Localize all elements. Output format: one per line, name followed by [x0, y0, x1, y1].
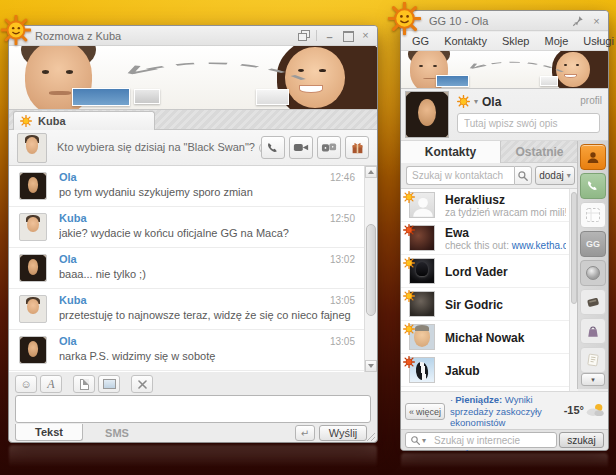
menu-moje[interactable]: Moje [544, 35, 568, 47]
gg-logo-sun [388, 2, 421, 35]
main-window-controls: × [572, 15, 602, 27]
tab-ostatnie[interactable]: Ostatnie [501, 141, 578, 163]
sidebar-news-button[interactable] [580, 347, 606, 373]
gg-text-icon: GG [586, 239, 600, 249]
avatar [19, 336, 47, 364]
menu-uslugi[interactable]: Usługi [583, 35, 614, 47]
double-left-arrow-icon: « [409, 407, 414, 417]
chat-titlebar[interactable]: Rozmowa z Kuba – × [9, 26, 377, 46]
chevron-down-icon: ▾ [591, 376, 595, 384]
message-list: Ola 12:46 po tym wydaniu szykujemy sporo… [9, 166, 377, 372]
tools-icon [137, 379, 148, 390]
contact-description: check this out: www.ketha.com [445, 240, 566, 251]
emoticons-button[interactable]: ☺ [15, 375, 37, 393]
contact-search-input[interactable] [406, 166, 514, 185]
contact-row[interactable]: Sir Godric [401, 288, 578, 321]
mode-tab-sms[interactable]: SMS [89, 424, 145, 441]
maximize-button[interactable] [342, 30, 353, 41]
webcam-lens-icon [586, 266, 600, 280]
bullet-icon: · [450, 394, 453, 405]
sidebar-webcam-button[interactable] [580, 260, 606, 286]
contact-row[interactable]: Michał Nowak [401, 321, 578, 354]
send-file-button[interactable] [73, 375, 95, 393]
chevron-down-icon[interactable]: ▾ [422, 436, 426, 445]
avatar [19, 295, 47, 323]
menu-sklep[interactable]: Sklep [502, 35, 530, 47]
video-call-button[interactable] [289, 136, 313, 159]
sidebar-wallet-button[interactable] [580, 289, 606, 315]
tab-kontakty[interactable]: Kontakty [401, 141, 501, 163]
pin-icon[interactable] [572, 15, 584, 27]
peer-status: Kto wybiera się dzisiaj na "Black Swan"?… [57, 141, 281, 154]
status-caret-icon[interactable]: ▾ [474, 97, 478, 106]
contact-name: Jakub [445, 364, 480, 378]
gift-button[interactable] [345, 136, 369, 159]
scroll-down-button[interactable] [365, 360, 377, 372]
menu-gg[interactable]: GG [412, 35, 429, 47]
address-book-icon [585, 149, 601, 165]
message-input[interactable] [15, 395, 371, 423]
news-more-button[interactable]: « więcej [405, 403, 445, 420]
message-row: Ola 13:05 narka P.S. widzimy się w sobot… [9, 330, 377, 371]
status-sun-icon[interactable] [457, 95, 470, 108]
status-sun-icon [403, 257, 415, 269]
chat-tab-kuba[interactable]: Kuba [13, 111, 155, 130]
gift-bag-icon [585, 323, 601, 339]
chevron-down-icon: ▾ [567, 171, 571, 180]
sidebar-gifts-button[interactable] [580, 318, 606, 344]
status-description-input[interactable] [457, 113, 600, 133]
message-sender: Kuba [59, 294, 87, 306]
news-item[interactable]: ·Pieniądze: Wyniki sprzedaży zaskoczyły … [450, 394, 566, 429]
contact-row[interactable]: Ewa check this out: www.ketha.com [401, 222, 578, 255]
voice-call-button[interactable] [261, 136, 285, 159]
font-icon: A [47, 377, 54, 392]
search-icon [410, 435, 421, 446]
promo-banner [9, 46, 377, 110]
message-text: narka P.S. widzimy się w sobotę [59, 350, 351, 362]
conversation-header: Kto wybiera się dzisiaj na "Black Swan"?… [9, 130, 377, 166]
sidebar-phone-button[interactable] [580, 173, 606, 199]
contact-row[interactable]: Lord Vader [401, 255, 578, 288]
sidebar-more-button[interactable]: ▾ [581, 373, 605, 386]
send-image-button[interactable] [98, 375, 120, 393]
contact-row[interactable]: Herakliusz za tydzień wracam moi mili! [401, 189, 578, 222]
sidebar-games-button[interactable] [580, 202, 606, 228]
composer [15, 395, 371, 423]
web-search-button[interactable]: szukaj [559, 432, 604, 448]
phone-icon [266, 141, 280, 155]
tools-button[interactable] [131, 375, 153, 393]
scrollbar-thumb[interactable] [366, 224, 376, 316]
promo-banner [401, 51, 608, 89]
main-titlebar[interactable]: GG 10 - Ola × [401, 11, 608, 31]
triangle-down-icon [368, 364, 374, 368]
contact-row[interactable]: Jakub [401, 354, 578, 387]
gg-logo-sun [1, 15, 31, 45]
message-sender: Kuba [59, 212, 87, 224]
message-text: po tym wydaniu szykujemy sporo zmian [59, 186, 351, 198]
temperature: -15° [564, 404, 584, 416]
detach-icon[interactable] [298, 30, 309, 41]
scroll-up-button[interactable] [365, 166, 377, 178]
avatar [19, 213, 47, 241]
minimize-button[interactable]: – [324, 30, 335, 41]
profile-link[interactable]: profil [580, 95, 602, 106]
contact-search-bar: dodaj▾ [401, 163, 578, 189]
send-on-enter-button[interactable]: ↵ [295, 425, 315, 441]
status-link[interactable]: www.ketha.com [512, 240, 566, 251]
font-format-button[interactable]: A [40, 375, 62, 393]
send-button[interactable]: Wyślij [319, 425, 367, 441]
sidebar-contacts-button[interactable] [580, 144, 606, 170]
close-button[interactable]: × [360, 30, 371, 41]
close-button[interactable]: × [591, 16, 602, 27]
add-contact-button[interactable]: dodaj▾ [535, 166, 575, 185]
games-button[interactable] [317, 136, 341, 159]
own-avatar[interactable] [405, 91, 449, 138]
mode-tab-tekst[interactable]: Tekst [15, 424, 83, 441]
web-search-input[interactable] [434, 433, 554, 447]
web-search-bar: ▾ szukaj [401, 429, 608, 450]
search-button[interactable] [514, 166, 532, 185]
menu-kontakty[interactable]: Kontakty [444, 35, 487, 47]
message-time: 12:46 [330, 172, 355, 183]
sidebar-gg-network-button[interactable]: GG [580, 231, 606, 257]
main-menubar: GG Kontakty Sklep Moje Usługi [401, 32, 608, 51]
